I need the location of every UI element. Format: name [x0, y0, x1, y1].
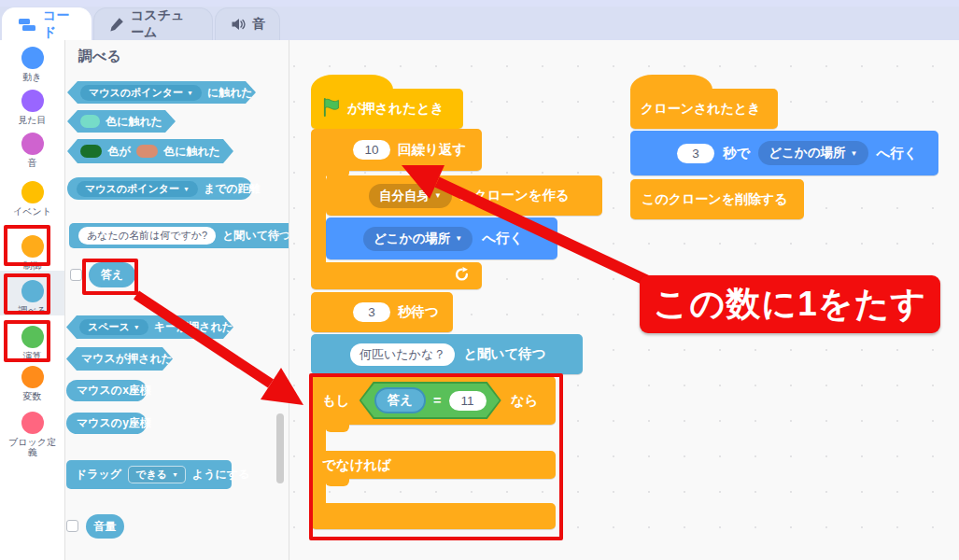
repeat-count-input[interactable]: 10 [353, 140, 390, 160]
green-flag-icon [322, 98, 340, 119]
sidebar-item-events[interactable]: イベント [0, 181, 64, 217]
tab-costume[interactable]: コスチューム [93, 7, 213, 40]
speaker-icon [231, 17, 246, 32]
color-swatch[interactable] [136, 145, 158, 158]
block-key-pressed[interactable]: スペース▼ キーが押された [66, 315, 233, 339]
block-mouse-y[interactable]: マウスのy座標 [66, 413, 147, 434]
glide-target-dropdown[interactable]: どこかの場所▼ [758, 141, 867, 165]
annotation-rect-control [4, 225, 50, 266]
dropdown-arrow-icon: ▼ [455, 234, 462, 243]
volume-checkbox[interactable] [66, 520, 78, 532]
tab-label: 音 [252, 16, 265, 33]
annotation-rect-sensing [4, 273, 50, 315]
touching-dropdown[interactable]: マウスのポインター▼ [80, 85, 202, 101]
dropdown-arrow-icon: ▼ [851, 149, 858, 158]
palette-header: 調べる [78, 48, 121, 65]
clone-target-dropdown[interactable]: 自分自身▼ [369, 184, 452, 208]
dropdown-arrow-icon: ▼ [172, 471, 178, 478]
block-glide-to-random[interactable]: 3 秒で どこかの場所▼ へ行く [630, 131, 938, 175]
goto-target-dropdown[interactable]: どこかの場所▼ [363, 227, 472, 251]
dropdown-arrow-icon: ▼ [434, 191, 442, 200]
sidebar-item-variables[interactable]: 変数 [0, 366, 64, 401]
color-swatch[interactable] [80, 115, 100, 128]
block-create-clone[interactable]: 自分自身▼ のクローンを作る [326, 175, 602, 216]
top-strip [0, 0, 959, 7]
block-volume[interactable]: 音量 [86, 514, 124, 539]
looks-color-dot [21, 90, 44, 112]
palette-scrollbar[interactable] [276, 413, 284, 483]
key-dropdown[interactable]: スペース▼ [79, 319, 148, 335]
sound-color-dot [21, 133, 44, 155]
motion-color-dot [21, 47, 44, 69]
block-mouse-down[interactable]: マウスが押された [66, 347, 173, 371]
variables-color-dot [21, 366, 44, 388]
block-when-flag-clicked[interactable]: が押されたとき [311, 89, 463, 129]
annotation-rect-answer [82, 259, 138, 295]
answer-checkbox[interactable] [70, 269, 82, 281]
repeat-c-spine [311, 171, 326, 262]
tab-code[interactable]: コード [2, 7, 92, 40]
paintbrush-icon [109, 17, 124, 32]
tab-label: コスチューム [131, 7, 197, 41]
sidebar-item-motion[interactable]: 動き [0, 47, 64, 82]
code-blocks-icon [18, 18, 36, 32]
sidebar-item-looks[interactable]: 見た目 [0, 90, 64, 125]
repeat-c-bottom[interactable] [311, 262, 482, 289]
events-color-dot [21, 181, 44, 203]
annotation-rect-operators [4, 320, 50, 362]
color-swatch[interactable] [80, 145, 102, 158]
tab-sound[interactable]: 音 [215, 7, 280, 40]
block-ask-and-wait[interactable]: あなたの名前は何ですか? と聞いて待つ [69, 223, 289, 248]
tab-bar: コード コスチューム 音 [0, 7, 959, 40]
tab-label: コード [43, 7, 76, 41]
distance-dropdown[interactable]: マウスのポインター▼ [77, 181, 198, 197]
glide-seconds-input[interactable]: 3 [677, 144, 714, 163]
block-set-draggable[interactable]: ドラッグ できる▼ ようにする [66, 460, 232, 489]
scratch-editor: コード コスチューム 音 動き 見た目 音 イベント 制御 調べる 演算 変数 … [0, 0, 959, 560]
block-palette: 調べる マウスのポインター▼ に触れた 色に触れた 色が 色に触れた マウスのポ… [65, 40, 289, 560]
block-ask-and-wait[interactable]: 何匹いたかな？ と聞いて待つ [311, 334, 583, 374]
block-distance-to[interactable]: マウスのポインター▼ までの距離 [67, 177, 252, 200]
block-touching[interactable]: マウスのポインター▼ に触れた [67, 81, 256, 104]
block-touching-color[interactable]: 色に触れた [67, 110, 176, 133]
sidebar-item-sound[interactable]: 音 [0, 133, 64, 168]
block-delete-clone[interactable]: このクローンを削除する [630, 179, 804, 219]
block-goto-random[interactable]: どこかの場所▼ へ行く [326, 217, 557, 259]
block-wait-seconds[interactable]: 3 秒待つ [311, 292, 453, 332]
myblocks-color-dot [21, 412, 44, 434]
wait-seconds-input[interactable]: 3 [353, 302, 390, 322]
dropdown-arrow-icon: ▼ [134, 324, 140, 330]
loop-arrow-icon [454, 267, 469, 285]
drag-dropdown[interactable]: できる▼ [128, 466, 186, 483]
dropdown-arrow-icon: ▼ [183, 186, 190, 192]
dropdown-arrow-icon: ▼ [187, 90, 193, 96]
block-when-cloned[interactable]: クローンされたとき [630, 89, 778, 129]
block-repeat-header[interactable]: 10 回繰り返す [311, 129, 482, 171]
ask-text-input[interactable]: 何匹いたかな？ [350, 343, 455, 366]
ask-text-input[interactable]: あなたの名前は何ですか? [78, 227, 216, 245]
block-color-touching-color[interactable]: 色が 色に触れた [67, 139, 233, 163]
block-mouse-x[interactable]: マウスのx座標 [66, 380, 147, 401]
sidebar-item-myblocks[interactable]: ブロック定義 [0, 412, 64, 457]
annotation-note: この数に1をたす [640, 275, 940, 333]
annotation-rect-ifelse [309, 373, 563, 540]
